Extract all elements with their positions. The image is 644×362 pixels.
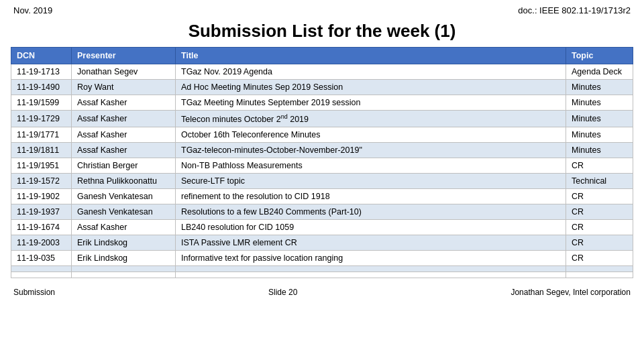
cell-presenter: Erik Lindskog — [72, 251, 176, 266]
cell-title: refinement to the resolution to CID 1918 — [176, 189, 566, 204]
cell-dcn: 11-19-1729 — [11, 111, 72, 127]
cell-presenter: Assaf Kasher — [72, 127, 176, 143]
cell-title: October 16th Teleconference Minutes — [176, 127, 566, 143]
col-header-presenter: Presenter — [72, 48, 176, 64]
cell-presenter: Assaf Kasher — [72, 95, 176, 111]
cell-dcn: 11-19-1937 — [11, 204, 72, 220]
cell-title: ISTA Passive LMR element CR — [176, 235, 566, 251]
cell-presenter: Christian Berger — [72, 158, 176, 174]
cell-dcn: 11-19-1490 — [11, 80, 72, 95]
table-row: 11-19-1937Ganesh VenkatesanResolutions t… — [11, 204, 633, 220]
cell-title: Resolutions to a few LB240 Comments (Par… — [176, 204, 566, 220]
table-row: 11-19-1572Rethna PulikkoonattuSecure-LTF… — [11, 174, 633, 189]
cell-topic: CR — [566, 220, 633, 235]
header-right: doc.: IEEE 802.11-19/1713r2 — [518, 5, 631, 15]
cell-dcn: 11-19-1713 — [11, 64, 72, 80]
cell-topic: CR — [566, 189, 633, 204]
cell-dcn: 11-19-2003 — [11, 235, 72, 251]
table-row — [11, 272, 633, 278]
col-header-title: Title — [176, 48, 566, 64]
page-title: Submission List for the week (1) — [0, 21, 644, 42]
cell-topic: CR — [566, 251, 633, 266]
cell-title: Secure-LTF topic — [176, 174, 566, 189]
col-header-dcn: DCN — [11, 48, 72, 64]
table-row: 11-19/1771Assaf KasherOctober 16th Telec… — [11, 127, 633, 143]
cell-title: Informative text for passive location ra… — [176, 251, 566, 266]
cell-title: LB240 resolution for CID 1059 — [176, 220, 566, 235]
cell-topic: Minutes — [566, 111, 633, 127]
table-row: 11-19-2003Erik LindskogISTA Passive LMR … — [11, 235, 633, 251]
cell-topic: CR — [566, 204, 633, 220]
cell-topic: Minutes — [566, 127, 633, 143]
table-row: 11-19-1729Assaf KasherTelecon minutes Oc… — [11, 111, 633, 127]
table-header-row: DCN Presenter Title Topic — [11, 48, 633, 64]
cell-topic: Agenda Deck — [566, 64, 633, 80]
cell-presenter: Ganesh Venkatesan — [72, 189, 176, 204]
cell-dcn: 11-19/1951 — [11, 158, 72, 174]
table-row: 11-19-1674Assaf KasherLB240 resolution f… — [11, 220, 633, 235]
cell-dcn: 11-19-1902 — [11, 189, 72, 204]
cell-dcn: 11-19/1771 — [11, 127, 72, 143]
cell-title: TGaz Meeting Minutes September 2019 sess… — [176, 95, 566, 111]
cell-presenter: Assaf Kasher — [72, 220, 176, 235]
table-row: 11-19-1902Ganesh Venkatesanrefinement to… — [11, 189, 633, 204]
cell-presenter: Assaf Kasher — [72, 143, 176, 158]
cell-title — [176, 272, 566, 278]
cell-title — [176, 266, 566, 272]
submission-table: DCN Presenter Title Topic 11-19-1713Jona… — [11, 47, 633, 278]
cell-topic — [566, 272, 633, 278]
cell-topic: CR — [566, 158, 633, 174]
footer-center: Slide 20 — [268, 288, 297, 297]
table-row: 11-19/1811Assaf KasherTGaz-telecon-minut… — [11, 143, 633, 158]
footer-right: Jonathan Segev, Intel corporation — [511, 288, 631, 297]
cell-dcn — [11, 272, 72, 278]
table-row: 11-19-035Erik LindskogInformative text f… — [11, 251, 633, 266]
cell-title: Non-TB Pathloss Measurements — [176, 158, 566, 174]
cell-presenter: Rethna Pulikkoonattu — [72, 174, 176, 189]
cell-dcn: 11-19/1599 — [11, 95, 72, 111]
cell-presenter: Erik Lindskog — [72, 235, 176, 251]
cell-topic — [566, 266, 633, 272]
cell-dcn: 11-19-1674 — [11, 220, 72, 235]
cell-presenter — [72, 266, 176, 272]
cell-presenter: Jonathan Segev — [72, 64, 176, 80]
footer-left: Submission — [13, 288, 55, 297]
cell-topic: Minutes — [566, 95, 633, 111]
cell-dcn: 11-19-1572 — [11, 174, 72, 189]
cell-topic: Minutes — [566, 80, 633, 95]
cell-topic: CR — [566, 235, 633, 251]
cell-presenter: Ganesh Venkatesan — [72, 204, 176, 220]
col-header-topic: Topic — [566, 48, 633, 64]
cell-title: Telecon minutes October 2nd 2019 — [176, 111, 566, 127]
cell-title: TGaz-telecon-minutes-October-November-20… — [176, 143, 566, 158]
cell-dcn: 11-19/1811 — [11, 143, 72, 158]
submission-table-wrapper: DCN Presenter Title Topic 11-19-1713Jona… — [0, 47, 644, 278]
cell-topic: Technical — [566, 174, 633, 189]
header-left: Nov. 2019 — [13, 5, 52, 15]
cell-title: Ad Hoc Meeting Minutes Sep 2019 Session — [176, 80, 566, 95]
cell-dcn — [11, 266, 72, 272]
cell-title: TGaz Nov. 2019 Agenda — [176, 64, 566, 80]
table-row: 11-19/1599Assaf KasherTGaz Meeting Minut… — [11, 95, 633, 111]
cell-presenter: Assaf Kasher — [72, 111, 176, 127]
table-row: 11-19-1490Roy WantAd Hoc Meeting Minutes… — [11, 80, 633, 95]
cell-topic: Minutes — [566, 143, 633, 158]
table-row — [11, 266, 633, 272]
cell-presenter: Roy Want — [72, 80, 176, 95]
cell-presenter — [72, 272, 176, 278]
table-row: 11-19-1713Jonathan SegevTGaz Nov. 2019 A… — [11, 64, 633, 80]
table-row: 11-19/1951Christian BergerNon-TB Pathlos… — [11, 158, 633, 174]
cell-dcn: 11-19-035 — [11, 251, 72, 266]
